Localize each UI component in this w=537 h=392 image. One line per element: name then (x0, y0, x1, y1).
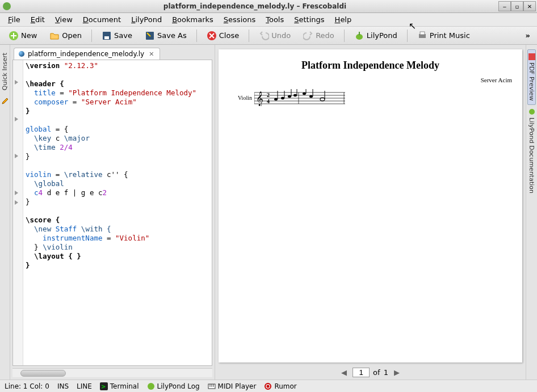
music-staff: Violin 𝄞 24 (238, 89, 345, 106)
gutter (13, 60, 23, 365)
pdf-icon (528, 53, 535, 60)
menu-settings[interactable]: Settings (290, 14, 329, 25)
doc-icon (528, 108, 535, 115)
preview-pane: Platform Independence Melody Server Acim… (215, 45, 526, 380)
close-icon (207, 31, 217, 41)
redo-button[interactable]: Redo (298, 28, 339, 43)
staff-notation: 𝄞 24 (254, 89, 345, 106)
svg-point-28 (303, 92, 306, 95)
menu-file[interactable]: File (3, 14, 25, 25)
svg-point-44 (267, 385, 270, 387)
prev-page-button[interactable]: ◀ (339, 367, 349, 377)
lilypond-icon (354, 31, 364, 41)
menu-document[interactable]: Document (78, 14, 125, 25)
cursor-position: Line: 1 Col: 0 (5, 382, 49, 390)
svg-point-30 (309, 95, 313, 98)
menu-sessions[interactable]: Sessions (219, 14, 260, 25)
titlebar: platform_independence_melody.ly – Fresco… (0, 0, 537, 13)
tab-label: platform_independence_melody.ly (28, 50, 144, 58)
menu-view[interactable]: View (51, 14, 77, 25)
new-button[interactable]: New (3, 28, 42, 43)
svg-rect-8 (420, 32, 425, 35)
undo-icon (259, 31, 269, 41)
pager-of: of (373, 368, 380, 377)
toolbar-divider (91, 29, 92, 42)
svg-point-22 (281, 97, 284, 100)
insert-mode[interactable]: INS (57, 382, 69, 390)
svg-rect-3 (104, 36, 109, 39)
save-button[interactable]: Save (97, 28, 137, 43)
instrument-label: Violin (238, 95, 252, 101)
svg-text:4: 4 (267, 98, 270, 104)
lilypond-docs-tab[interactable]: LilyPond Documentation (528, 105, 535, 197)
svg-point-20 (274, 98, 278, 101)
menu-tools[interactable]: Tools (261, 14, 288, 25)
open-icon (49, 31, 60, 41)
score-composer: Server Acim (481, 77, 512, 83)
toolbar: New Open Save Save As Close Undo Redo Li… (0, 27, 537, 45)
svg-text:𝄞: 𝄞 (256, 91, 263, 106)
svg-point-35 (529, 109, 535, 115)
close-window-button[interactable]: ✕ (523, 1, 536, 11)
undo-button[interactable]: Undo (254, 28, 296, 43)
fold-icon[interactable] (13, 116, 20, 123)
svg-point-38 (148, 383, 154, 390)
pencil-icon[interactable] (1, 97, 9, 105)
file-icon (19, 51, 24, 57)
toolbar-divider (344, 29, 345, 42)
code-editor[interactable]: \version "2.12.3" \header { title = "Pla… (12, 60, 212, 366)
pager-total: 1 (384, 368, 388, 377)
open-button[interactable]: Open (44, 28, 87, 43)
line-mode[interactable]: LINE (77, 382, 92, 390)
fold-icon[interactable] (13, 189, 20, 196)
right-dock: PDF Preview LilyPond Documentation (526, 45, 537, 380)
pager: ◀ of 1 ▶ (215, 365, 526, 380)
new-icon (9, 31, 19, 41)
toolbar-overflow[interactable]: » (522, 31, 534, 40)
svg-rect-34 (528, 53, 535, 60)
terminal-icon: > (100, 382, 108, 390)
svg-point-24 (288, 95, 291, 98)
close-button[interactable]: Close (202, 28, 244, 43)
print-button[interactable]: Print Music (412, 28, 475, 43)
left-dock: Quick Insert (0, 45, 10, 380)
tab-close-icon[interactable]: ✕ (148, 50, 155, 58)
tab-bar: platform_independence_melody.ly ✕ (10, 45, 215, 60)
menu-lilypond[interactable]: LilyPond (127, 14, 166, 25)
next-page-button[interactable]: ▶ (392, 367, 402, 377)
pdf-page[interactable]: Platform Independence Melody Server Acim… (219, 49, 522, 363)
pdf-preview-tab[interactable]: PDF Preview (527, 49, 536, 105)
lilypond-button[interactable]: LilyPond (349, 28, 402, 43)
horizontal-scrollbar[interactable] (12, 368, 212, 377)
svg-text:2: 2 (267, 92, 270, 98)
rumor-panel[interactable]: Rumor (264, 382, 296, 390)
fold-icon[interactable] (13, 79, 20, 86)
window-title: platform_independence_melody.ly – Fresco… (11, 2, 498, 10)
fold-icon[interactable] (13, 199, 20, 206)
menu-help[interactable]: Help (330, 14, 356, 25)
terminal-panel[interactable]: >Terminal (100, 382, 139, 390)
toolbar-divider (196, 29, 197, 42)
svg-point-26 (293, 94, 297, 97)
save-as-button[interactable]: Save As (140, 28, 192, 43)
toolbar-divider (407, 29, 408, 42)
scrollbar-thumb[interactable] (20, 370, 66, 377)
score-title: Platform Independence Melody (219, 49, 522, 71)
statusbar: Line: 1 Col: 0 INS LINE >Terminal LilyPo… (0, 380, 537, 392)
file-tab[interactable]: platform_independence_melody.ly ✕ (14, 48, 160, 60)
midi-player-panel[interactable]: MIDI Player (208, 382, 257, 390)
print-icon (417, 31, 427, 41)
page-input[interactable] (353, 368, 370, 377)
minimize-button[interactable]: ‒ (498, 1, 511, 11)
menu-edit[interactable]: Edit (26, 14, 49, 25)
quick-insert-tab[interactable]: Quick Insert (1, 49, 9, 94)
save-icon (102, 31, 112, 41)
code-area[interactable]: \version "2.12.3" \header { title = "Pla… (23, 60, 212, 365)
save-as-icon (145, 31, 155, 41)
fold-icon[interactable] (13, 153, 20, 159)
lilypond-log-panel[interactable]: LilyPond Log (147, 382, 200, 390)
menubar: File Edit View Document LilyPond Bookmar… (0, 13, 537, 27)
menu-bookmarks[interactable]: Bookmarks (167, 14, 218, 25)
maximize-button[interactable]: ▫ (511, 1, 523, 11)
redo-icon (303, 31, 313, 41)
